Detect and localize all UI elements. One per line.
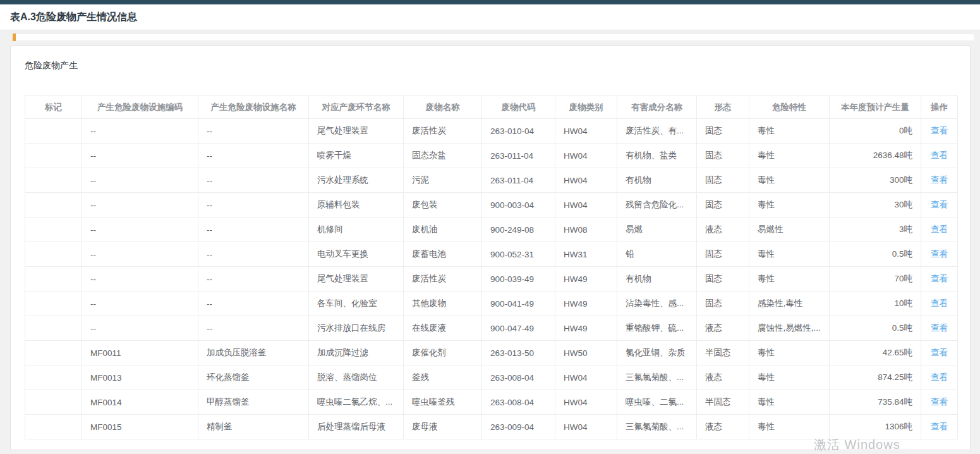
cell-form: 固态	[697, 242, 749, 267]
cell-hazard: 腐蚀性,易燃性,...	[749, 316, 830, 341]
cell-action: 查看	[921, 365, 958, 390]
windows-activation-watermark: 激活 Windows	[814, 436, 900, 453]
cell-amount: 70吨	[830, 267, 921, 291]
cell-mark	[25, 218, 82, 242]
cell-waste_name: 废活性炭	[404, 267, 482, 291]
cell-facility_code: --	[82, 316, 198, 341]
cell-action: 查看	[921, 168, 958, 193]
cell-mark	[25, 168, 82, 193]
view-link[interactable]: 查看	[931, 422, 948, 431]
view-link[interactable]: 查看	[931, 323, 948, 333]
cell-category: HW49	[555, 267, 617, 291]
view-link[interactable]: 查看	[931, 372, 948, 382]
table-row: MF0015精制釜后处理蒸馏后母液废母液263-009-04HW04三氟氯菊酸、…	[25, 415, 958, 439]
cell-facility_name: --	[198, 291, 309, 316]
cell-facility_code: MF0011	[82, 341, 198, 365]
cell-components: 有机物、盐类	[617, 144, 697, 168]
cell-form: 液态	[697, 316, 749, 341]
cell-action: 查看	[921, 291, 958, 316]
cell-facility_code: --	[82, 193, 198, 218]
cell-hazard: 毒性	[749, 242, 830, 267]
cell-waste_name: 废机油	[404, 218, 482, 242]
cell-waste_code: 900-052-31	[482, 242, 555, 267]
view-link[interactable]: 查看	[931, 200, 948, 209]
cell-components: 铅	[617, 242, 697, 267]
cell-facility_name: 精制釜	[198, 415, 309, 439]
cell-hazard: 毒性	[749, 415, 830, 439]
cell-mark	[25, 119, 82, 144]
waste-generation-card: 危险废物产生 标记产生危险废物设施编码产生危险废物设施名称对应产废环节名称废物名…	[10, 46, 971, 450]
cell-mark	[25, 316, 82, 341]
cell-facility_name: --	[198, 267, 309, 291]
cell-category: HW04	[555, 119, 617, 144]
cell-form: 固态	[697, 168, 749, 193]
view-link[interactable]: 查看	[931, 150, 948, 160]
cell-category: HW04	[555, 168, 617, 193]
cell-amount: 3吨	[830, 218, 921, 242]
cell-facility_name: --	[198, 193, 309, 218]
cell-action: 查看	[921, 193, 958, 218]
cell-mark	[25, 267, 82, 291]
table-row: MF0013环化蒸馏釜脱溶、蒸馏岗位釜残263-008-04HW04三氟氯菊酸、…	[25, 365, 958, 390]
cell-stage: 原辅料包装	[309, 193, 404, 218]
cell-components: 三氟氯菊酸、...	[617, 365, 697, 390]
cell-facility_name: --	[198, 168, 309, 193]
cell-waste_code: 263-008-04	[482, 390, 555, 415]
section-title: 危险废物产生	[11, 46, 970, 71]
waste-table-body: ----尾气处理装置废活性炭263-010-04HW04废活性炭、有...固态毒…	[25, 119, 958, 439]
view-link[interactable]: 查看	[931, 298, 948, 308]
cell-mark	[25, 341, 82, 365]
cell-form: 固态	[697, 144, 749, 168]
column-header-amount: 本年度预计产生量	[830, 96, 921, 119]
cell-hazard: 毒性	[749, 193, 830, 218]
column-header-waste_code: 废物代码	[482, 96, 555, 119]
cell-components: 易燃	[617, 218, 697, 242]
cell-mark	[25, 242, 82, 267]
table-row: ----尾气处理装置废活性炭900-039-49HW49有机物固态毒性70吨查看	[25, 267, 958, 291]
cell-waste_code: 900-039-49	[482, 267, 555, 291]
view-link[interactable]: 查看	[931, 249, 948, 259]
cell-waste_name: 废催化剂	[404, 341, 482, 365]
cell-action: 查看	[921, 341, 958, 365]
cell-facility_name: --	[198, 119, 309, 144]
cell-mark	[25, 291, 82, 316]
cell-waste_name: 废包装	[404, 193, 482, 218]
cell-amount: 300吨	[830, 168, 921, 193]
column-header-category: 废物类别	[555, 96, 617, 119]
cell-amount: 30吨	[830, 193, 921, 218]
cell-amount: 2636.48吨	[830, 144, 921, 168]
cell-form: 液态	[697, 415, 749, 439]
cell-components: 残留含危险化...	[617, 193, 697, 218]
cell-stage: 后处理蒸馏后母液	[309, 415, 404, 439]
cell-hazard: 毒性	[749, 119, 830, 144]
cell-hazard: 毒性	[749, 168, 830, 193]
cell-stage: 机修间	[309, 218, 404, 242]
cell-waste_name: 釜残	[404, 365, 482, 390]
view-link[interactable]: 查看	[931, 175, 948, 185]
view-link[interactable]: 查看	[931, 224, 948, 234]
cell-category: HW49	[555, 316, 617, 341]
cell-facility_code: --	[82, 242, 198, 267]
cell-category: HW50	[555, 341, 617, 365]
cell-stage: 尾气处理装置	[309, 119, 404, 144]
view-link[interactable]: 查看	[931, 348, 948, 357]
view-link[interactable]: 查看	[931, 397, 948, 407]
cell-stage: 污水处理系统	[309, 168, 404, 193]
cell-action: 查看	[921, 267, 958, 291]
cell-mark	[25, 144, 82, 168]
cell-facility_code: --	[82, 218, 198, 242]
table-row: ----电动叉车更换废蓄电池900-052-31HW31铅固态毒性0.5吨查看	[25, 242, 958, 267]
cell-waste_code: 263-010-04	[482, 119, 555, 144]
divider-strip	[0, 34, 980, 41]
cell-facility_code: MF0013	[82, 365, 198, 390]
column-header-hazard: 危险特性	[749, 96, 830, 119]
cell-action: 查看	[921, 415, 958, 439]
cell-facility_name: --	[198, 242, 309, 267]
view-link[interactable]: 查看	[931, 274, 948, 283]
cell-form: 固态	[697, 119, 749, 144]
cell-facility_name: 环化蒸馏釜	[198, 365, 309, 390]
cell-stage: 污水排放口在线房	[309, 316, 404, 341]
cell-form: 半固态	[697, 390, 749, 415]
view-link[interactable]: 查看	[931, 126, 948, 135]
cell-category: HW04	[555, 415, 617, 439]
